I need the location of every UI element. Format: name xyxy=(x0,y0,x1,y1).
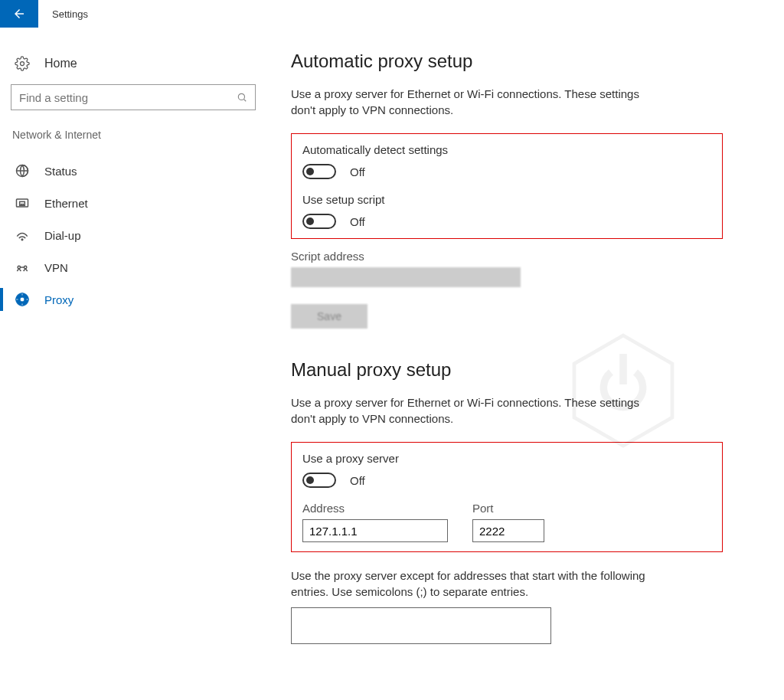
use-proxy-toggle[interactable] xyxy=(302,473,336,488)
save-button: Save xyxy=(291,304,368,329)
proxy-icon xyxy=(14,291,31,308)
svg-point-1 xyxy=(238,93,244,100)
search-icon xyxy=(237,92,247,103)
back-button[interactable] xyxy=(0,0,38,28)
sidebar-item-label: Dial-up xyxy=(44,229,81,242)
svg-point-18 xyxy=(20,297,24,302)
except-input[interactable] xyxy=(291,607,551,644)
dialup-icon xyxy=(14,227,31,244)
sidebar-item-label: VPN xyxy=(44,261,68,274)
address-label: Address xyxy=(302,502,448,515)
port-label: Port xyxy=(472,502,544,515)
auto-title: Automatic proxy setup xyxy=(291,51,723,72)
svg-point-11 xyxy=(24,266,27,268)
svg-rect-22 xyxy=(26,299,28,300)
script-state: Off xyxy=(350,215,365,228)
main-content: Automatic proxy setup Use a proxy server… xyxy=(260,51,784,644)
svg-rect-19 xyxy=(21,293,23,296)
auto-highlight-box: Automatically detect settings Off Use se… xyxy=(291,133,723,239)
script-addr-label: Script address xyxy=(291,250,723,263)
script-toggle[interactable] xyxy=(302,214,336,229)
svg-rect-20 xyxy=(21,303,23,306)
detect-state: Off xyxy=(350,165,365,178)
sidebar-item-status[interactable]: Status xyxy=(11,155,260,187)
detect-label: Automatically detect settings xyxy=(302,143,711,156)
search-box[interactable] xyxy=(11,84,256,110)
svg-point-10 xyxy=(18,266,20,268)
sidebar: Home Network & Internet Status Ethernet xyxy=(0,51,260,644)
svg-line-2 xyxy=(243,99,246,101)
header-title: Settings xyxy=(38,8,88,20)
vpn-icon xyxy=(14,259,31,276)
sidebar-item-proxy[interactable]: Proxy xyxy=(11,283,260,316)
use-proxy-state: Off xyxy=(350,474,365,487)
auto-desc: Use a proxy server for Ethernet or Wi-Fi… xyxy=(291,86,666,118)
except-text: Use the proxy server except for addresse… xyxy=(291,568,666,600)
svg-line-14 xyxy=(19,269,21,271)
manual-title: Manual proxy setup xyxy=(291,359,723,381)
gear-icon xyxy=(14,55,31,72)
svg-line-16 xyxy=(25,269,27,271)
home-nav[interactable]: Home xyxy=(11,51,260,84)
title-bar: Settings xyxy=(0,0,784,28)
svg-point-9 xyxy=(21,239,23,240)
script-addr-input xyxy=(291,267,521,287)
sidebar-item-label: Proxy xyxy=(44,293,74,306)
svg-point-0 xyxy=(21,62,24,66)
back-arrow-icon xyxy=(12,7,26,21)
use-proxy-label: Use a proxy server xyxy=(302,452,711,465)
sidebar-item-vpn[interactable]: VPN xyxy=(11,251,260,283)
status-icon xyxy=(14,162,31,179)
sidebar-item-label: Status xyxy=(44,165,77,178)
ethernet-icon xyxy=(14,195,31,211)
address-input[interactable] xyxy=(302,519,448,542)
port-input[interactable] xyxy=(472,519,544,542)
search-input[interactable] xyxy=(19,91,237,104)
sidebar-item-dialup[interactable]: Dial-up xyxy=(11,219,260,251)
sidebar-item-label: Ethernet xyxy=(44,197,88,210)
sidebar-item-ethernet[interactable]: Ethernet xyxy=(11,187,260,219)
manual-desc: Use a proxy server for Ethernet or Wi-Fi… xyxy=(291,394,666,427)
detect-toggle[interactable] xyxy=(302,164,336,179)
manual-highlight-box: Use a proxy server Off Address Port xyxy=(291,442,723,552)
script-label: Use setup script xyxy=(302,193,711,206)
home-label: Home xyxy=(44,57,77,70)
category-label: Network & Internet xyxy=(11,129,260,141)
svg-rect-21 xyxy=(16,299,18,300)
